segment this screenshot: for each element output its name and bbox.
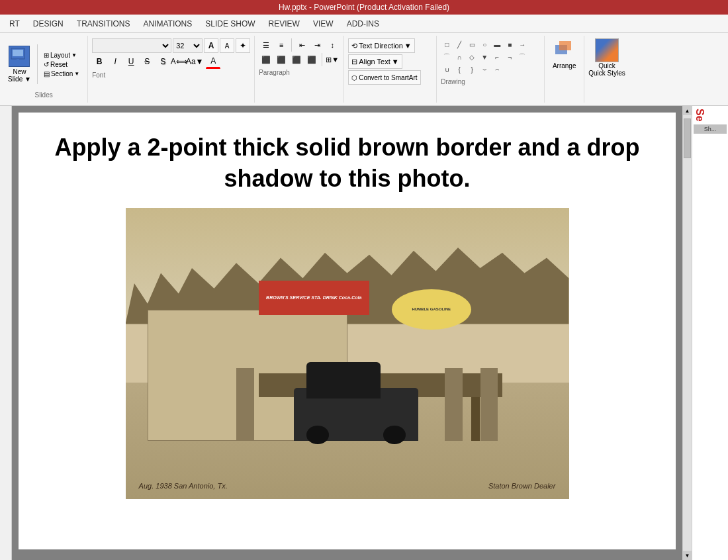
filled-rect-shape[interactable]: ■ <box>504 38 516 50</box>
curve2-shape[interactable]: ∩ <box>453 51 465 63</box>
align-left-button[interactable]: ⬛ <box>259 53 273 66</box>
paragraph-group: ☰ ≡ ⇤ ⇥ ↕ ⬛ ⬛ ⬛ ⬛ ⊞▼ Paragraph <box>255 36 344 103</box>
menu-animations[interactable]: ANIMATIONS <box>136 17 199 31</box>
layout-button[interactable]: ⊞Layout▼ <box>41 51 82 60</box>
main-layout: Apply a 2-point thick solid brown border… <box>0 106 728 560</box>
quick-styles-label2: Quick Styles <box>588 70 625 77</box>
section-panel-title: Se <box>694 109 705 122</box>
new-slide-label: New <box>13 68 26 75</box>
line-shape[interactable]: ╱ <box>453 38 465 50</box>
clear-format-button[interactable]: ✦ <box>236 38 250 53</box>
align-text-button[interactable]: ⊟ Align Text ▼ <box>348 54 402 69</box>
bullets-button[interactable]: ☰ <box>259 38 273 52</box>
text-direction-button[interactable]: ⟲ Text Direction ▼ <box>348 38 415 53</box>
font-size-select[interactable]: 32 <box>173 38 203 53</box>
justify-button[interactable]: ⬛ <box>304 53 319 66</box>
curve-shape[interactable]: ⌒ <box>441 51 453 63</box>
menu-rt[interactable]: RT <box>3 17 26 31</box>
char-spacing-button[interactable]: A⟺ <box>171 54 186 69</box>
bold-button[interactable]: B <box>92 54 107 69</box>
arrange-group: Arrange <box>545 36 584 103</box>
divider <box>291 38 292 52</box>
increase-font-button[interactable]: A <box>204 38 218 53</box>
photo-caption-left: Aug. 1938 San Antonio, Tx. <box>139 482 228 490</box>
rect-shape[interactable]: □ <box>441 38 453 50</box>
svg-rect-1 <box>13 50 23 56</box>
divider <box>322 53 322 66</box>
arrow-shape[interactable]: → <box>516 38 528 50</box>
menu-design[interactable]: DESIGN <box>26 17 70 31</box>
photo-pump3 <box>480 368 498 441</box>
shape3[interactable]: ¬ <box>504 51 516 63</box>
reset-button[interactable]: ↺Reset <box>41 60 82 69</box>
diamond-shape[interactable]: ◇ <box>466 51 478 63</box>
photo-sign-coke: BROWN'S SERVICE STA. DRINK Coca-Cola <box>259 281 370 316</box>
drawing-group-label: Drawing <box>441 77 465 87</box>
italic-button[interactable]: I <box>108 54 122 69</box>
align-center-button[interactable]: ⬛ <box>274 53 289 66</box>
columns-button[interactable]: ⊞▼ <box>325 53 340 66</box>
svg-rect-5 <box>559 41 571 50</box>
more-shapes[interactable]: ▼ <box>478 51 490 63</box>
menu-view[interactable]: VIEW <box>306 17 340 31</box>
align-right-button[interactable]: ⬛ <box>289 53 304 66</box>
underline-button[interactable]: U <box>124 54 138 69</box>
menu-review[interactable]: REVIEW <box>262 17 306 31</box>
decrease-font-button[interactable]: A <box>220 38 234 53</box>
rect3-shape[interactable]: ▬ <box>491 38 503 50</box>
slides-group-label: Slides <box>5 90 82 100</box>
vintage-photo[interactable]: BROWN'S SERVICE STA. DRINK Coca-Cola HUM… <box>126 208 569 499</box>
slides-group: New Slide ▼ ⊞Layout▼ ↺Reset ▤Section▼ S <box>0 36 88 103</box>
shape5[interactable]: ∪ <box>441 64 453 75</box>
numbering-button[interactable]: ≡ <box>274 38 289 52</box>
decrease-indent-button[interactable]: ⇤ <box>295 38 309 52</box>
scroll-up-arrow[interactable]: ▲ <box>683 106 692 115</box>
shape2[interactable]: ⌐ <box>491 51 503 63</box>
circle-shape[interactable]: ○ <box>478 38 490 50</box>
shape4[interactable]: ⌒ <box>516 51 528 63</box>
photo-car <box>294 388 418 440</box>
slide-options: ⊞Layout▼ ↺Reset ▤Section▼ <box>41 51 82 78</box>
shadow-button[interactable]: S <box>156 54 170 69</box>
photo-canopy-support2 <box>471 397 480 441</box>
vertical-scrollbar[interactable]: ▲ ▼ <box>682 106 692 560</box>
brace-right[interactable]: } <box>466 64 478 75</box>
shape6[interactable]: ⌣ <box>478 64 490 75</box>
section-button[interactable]: ▤Section▼ <box>41 70 82 78</box>
menu-transitions[interactable]: TRANSITIONS <box>70 17 137 31</box>
font-name-select[interactable] <box>92 38 171 53</box>
quick-styles-group: Quick Quick Styles <box>584 36 629 103</box>
section-panel-button[interactable]: Sh... <box>694 124 727 134</box>
brace-left[interactable]: { <box>453 64 465 75</box>
increase-indent-button[interactable]: ⇥ <box>310 38 324 52</box>
title-text: Hw.pptx - PowerPoint (Product Activation… <box>279 3 449 12</box>
slide-title: Apply a 2-point thick solid brown border… <box>45 132 649 195</box>
photo-sign-humble: HUMBLE GASOLINE <box>392 289 472 330</box>
font-case-button[interactable]: Aa▼ <box>187 54 202 69</box>
quick-styles-preview <box>595 38 619 62</box>
menu-addins[interactable]: ADD-INS <box>340 17 386 31</box>
arrange-label: Arrange <box>553 62 576 70</box>
scroll-down-arrow[interactable]: ▼ <box>683 551 692 560</box>
photo-car-wheel1 <box>306 426 329 444</box>
new-slide-button[interactable]: New Slide ▼ <box>5 44 34 84</box>
strikethrough-button[interactable]: S <box>140 54 154 69</box>
scroll-track[interactable] <box>683 115 692 551</box>
arrange-button[interactable]: Arrange <box>553 38 576 70</box>
photo-pump1 <box>236 368 254 441</box>
photo-container: BROWN'S SERVICE STA. DRINK Coca-Cola HUM… <box>45 208 649 499</box>
convert-smartart-button[interactable]: ⬡ Convert to SmartArt <box>348 70 420 85</box>
title-bar: Hw.pptx - PowerPoint (Product Activation… <box>0 0 728 15</box>
quick-styles-button[interactable]: Quick Quick Styles <box>588 38 625 77</box>
shape7[interactable]: ⌢ <box>491 64 503 75</box>
photo-car-top <box>306 362 381 398</box>
rect2-shape[interactable]: ▭ <box>466 38 478 50</box>
paragraph-group-label: Paragraph <box>259 68 290 77</box>
font-group: 32 A A ✦ B I U S S A⟺ Aa▼ A Font <box>88 36 255 103</box>
slide-canvas: Apply a 2-point thick solid brown border… <box>19 113 676 549</box>
line-spacing-button[interactable]: ↕ <box>325 38 340 52</box>
font-color-button[interactable]: A <box>206 54 220 69</box>
scroll-thumb[interactable] <box>684 118 691 158</box>
menu-slideshow[interactable]: SLIDE SHOW <box>199 17 261 31</box>
slide-area[interactable]: Apply a 2-point thick solid brown border… <box>12 106 682 560</box>
